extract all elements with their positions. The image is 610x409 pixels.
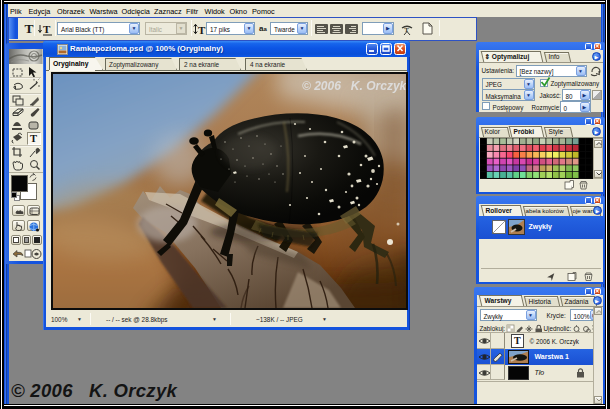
svg-text:T: T: [198, 24, 206, 36]
svg-text:© 2006 K. Orczyk: © 2006 K. Orczyk: [302, 79, 406, 93]
svg-text:T: T: [43, 23, 51, 35]
